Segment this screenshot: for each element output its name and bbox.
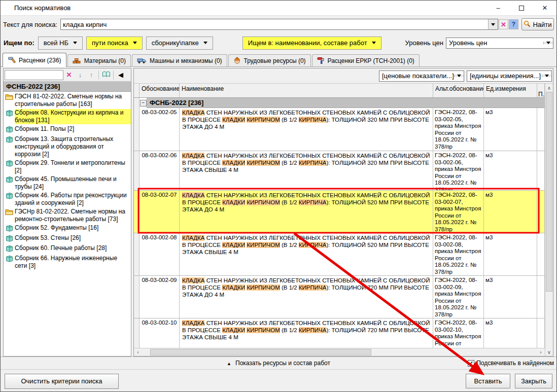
tab-3[interactable]: Машины и механизмы (0) bbox=[132, 54, 227, 66]
bottom-button-bar: Очистить критерии поиска Вставить Закрыт… bbox=[1, 370, 556, 392]
result-row-08-03-002-05[interactable]: 08-03-002-05КЛАДКА СТЕН НАРУЖНЫХ ИЗ ЛЕГК… bbox=[134, 108, 545, 151]
close-button[interactable]: Закрыть bbox=[515, 374, 552, 388]
units-combo[interactable]: [единицы измерения...] bbox=[467, 70, 552, 82]
column-header-alt-justification[interactable]: Альт.обоснование bbox=[433, 84, 484, 97]
find-prev-button[interactable]: ↑ bbox=[86, 69, 97, 81]
tree-item-4[interactable]: Сборник 29. Тоннели и метрополитены [2] bbox=[4, 159, 131, 175]
tree-root-header[interactable]: ФСНБ-2022 [236] bbox=[4, 82, 131, 92]
open-collection-button[interactable] bbox=[100, 69, 112, 81]
price-level-combo[interactable]: Уровень цен bbox=[446, 38, 553, 49]
scroll-up-button[interactable]: ∧ bbox=[545, 84, 553, 92]
filter-row: Ищем по: всей НБпути поискасборнику\папк… bbox=[1, 33, 556, 53]
grid-header: Обоснование Наименование Альт.обосновани… bbox=[134, 84, 545, 98]
cell-name: КЛАДКА СТЕН НАРУЖНЫХ ИЗ ЛЕГКОБЕТОННЫХ СТ… bbox=[180, 233, 433, 275]
cell-alt-justification: ГЭСН-2022, 08-03-002-05, приказ Минстроя… bbox=[433, 108, 484, 151]
row-indicator-header bbox=[134, 84, 140, 97]
find-button-label: Найти bbox=[533, 21, 551, 28]
clear-search-button[interactable]: ✕ bbox=[499, 19, 508, 29]
filter-dropdown-1[interactable]: пути поиска bbox=[86, 37, 143, 50]
tab-1[interactable]: Расценки (236) bbox=[3, 53, 66, 67]
price-indicators-dropdown-button[interactable] bbox=[454, 75, 464, 77]
filter-dropdown-2[interactable]: сборнику\папке bbox=[146, 37, 213, 50]
expand-up-icon: ▲ bbox=[227, 361, 231, 366]
units-dropdown-button[interactable] bbox=[542, 75, 551, 77]
price-level-dropdown-button[interactable] bbox=[543, 42, 553, 44]
filter-dropdown-3[interactable]: Ищем в: наименовании, составе работ bbox=[242, 37, 381, 50]
cell-name: КЛАДКА СТЕН НАРУЖНЫХ ИЗ ЛЕГКОБЕТОННЫХ СТ… bbox=[180, 318, 433, 348]
title-bar[interactable]: Поиск нормативов – ✕ bbox=[1, 1, 556, 16]
tree-item-8[interactable]: Сборник 52. Фундаменты [16] bbox=[4, 224, 131, 234]
search-history-dropdown-button[interactable] bbox=[488, 19, 498, 29]
tree-item-9[interactable]: Сборник 53. Стены [26] bbox=[4, 234, 131, 244]
row-indicator bbox=[134, 108, 140, 151]
result-row-08-03-002-06[interactable]: 08-03-002-06КЛАДКА СТЕН НАРУЖНЫХ ИЗ ЛЕГК… bbox=[134, 151, 545, 191]
book-icon bbox=[5, 255, 15, 264]
tree-item-0[interactable]: ГЭСН 81-02-2022. Сметные нормы на строит… bbox=[4, 92, 131, 109]
search-term-highlight: КЛАДКА bbox=[182, 192, 204, 198]
chevron-down-icon bbox=[457, 75, 461, 77]
search-term-highlight: КЛАДКИ bbox=[222, 160, 245, 166]
tab-5[interactable]: Расценки ЕРКР (ТСН-2001) (0) bbox=[312, 54, 420, 66]
result-row-08-03-002-10[interactable]: 08-03-002-10КЛАДКА СТЕН НАРУЖНЫХ ИЗ ЛЕГК… bbox=[134, 318, 545, 348]
find-next-button[interactable]: ↓ bbox=[75, 69, 86, 81]
tree-item-6[interactable]: Сборник 46. Работы при реконструкции зда… bbox=[4, 191, 131, 207]
vertical-scroll-track[interactable] bbox=[545, 92, 553, 348]
tree-item-2[interactable]: Сборник 11. Полы [2] bbox=[4, 125, 131, 135]
help-button[interactable]: ? bbox=[509, 19, 518, 29]
tab-4[interactable]: Трудовые ресурсы (0) bbox=[228, 54, 311, 66]
tree-toolbar: ✕ ↓ ↑ ◀ bbox=[4, 68, 131, 82]
cell-name: КЛАДКА СТЕН НАРУЖНЫХ ИЗ ЛЕГКОБЕТОННЫХ СТ… bbox=[180, 108, 433, 151]
tab-2[interactable]: Материалы (0) bbox=[67, 54, 131, 66]
maximize-button[interactable] bbox=[510, 1, 533, 15]
search-input[interactable] bbox=[61, 19, 488, 29]
group-collapse-button[interactable]: − bbox=[140, 100, 147, 106]
close-icon: ✕ bbox=[542, 4, 548, 12]
tree-filter-input[interactable] bbox=[5, 70, 63, 80]
row-indicator bbox=[134, 151, 140, 190]
tree-item-7[interactable]: ГЭСНр 81-02-2022. Сметные нормы на ремон… bbox=[4, 207, 131, 224]
highlight-found-option[interactable]: ✓ Подсвечивать в найденном bbox=[466, 360, 554, 367]
vertical-scrollbar[interactable]: ∧ ∨ bbox=[545, 84, 553, 356]
search-term-highlight: КИРПИЧА bbox=[299, 284, 327, 291]
horizontal-scrollbar[interactable]: ‹ › bbox=[134, 348, 545, 356]
price-level-label: Уровень цен bbox=[405, 39, 443, 47]
result-row-08-03-002-07[interactable]: 08-03-002-07КЛАДКА СТЕН НАРУЖНЫХ ИЗ ЛЕГК… bbox=[134, 191, 545, 233]
column-header-p[interactable]: П. bbox=[537, 84, 545, 97]
cell-p bbox=[537, 151, 545, 190]
tree-item-3[interactable]: Сборник 13. Защита строительных конструк… bbox=[4, 135, 131, 159]
chevron-down-icon bbox=[372, 42, 376, 44]
horizontal-scroll-thumb[interactable] bbox=[150, 349, 371, 355]
tree-item-label: Сборник 08. Конструкции из кирпича и бло… bbox=[15, 109, 131, 124]
collapse-panel-button[interactable]: ◀ bbox=[115, 69, 126, 81]
vertical-scroll-thumb[interactable] bbox=[546, 92, 552, 292]
insert-button[interactable]: Вставить bbox=[466, 374, 510, 388]
cell-p bbox=[537, 233, 545, 275]
column-header-unit[interactable]: Ед.измерения bbox=[484, 84, 537, 97]
group-header[interactable]: ФСНБ-2022 [236] bbox=[147, 98, 545, 108]
filter-dropdown-0[interactable]: всей НБ bbox=[38, 37, 83, 50]
close-window-button[interactable]: ✕ bbox=[533, 1, 556, 15]
highlight-found-checkbox[interactable]: ✓ bbox=[468, 360, 474, 367]
scroll-right-button[interactable]: › bbox=[537, 348, 545, 357]
scroll-left-button[interactable]: ‹ bbox=[134, 348, 142, 357]
tab-bar: Расценки (236)Материалы (0)Машины и меха… bbox=[1, 53, 556, 67]
clear-criteria-button[interactable]: Очистить критерии поиска bbox=[5, 374, 119, 389]
result-row-08-03-002-09[interactable]: 08-03-002-09КЛАДКА СТЕН НАРУЖНЫХ ИЗ ЛЕГК… bbox=[134, 276, 545, 318]
price-indicators-combo[interactable]: [ценовые показатели...] bbox=[379, 70, 464, 82]
tree-item-10[interactable]: Сборник 60. Печные работы [28] bbox=[4, 244, 131, 254]
cell-alt-justification: ГЭСН-2022, 08-03-002-08, приказ Минстроя… bbox=[433, 233, 484, 275]
tree-item-1[interactable]: Сборник 08. Конструкции из кирпича и бло… bbox=[4, 109, 131, 125]
scroll-down-button[interactable]: ∨ bbox=[545, 348, 553, 356]
content-area: ✕ ↓ ↑ ◀ ФСНБ-2022 [236] ГЭСН 81-02-2022.… bbox=[1, 67, 556, 357]
tree-filter-clear-button[interactable]: ✕ bbox=[63, 69, 75, 81]
column-header-name[interactable]: Наименование bbox=[180, 84, 433, 97]
horizontal-scroll-track[interactable] bbox=[142, 348, 537, 356]
find-button[interactable]: Найти bbox=[521, 18, 554, 30]
row-indicator bbox=[134, 98, 140, 108]
result-row-08-03-002-08[interactable]: 08-03-002-08КЛАДКА СТЕН НАРУЖНЫХ ИЗ ЛЕГК… bbox=[134, 233, 545, 276]
column-header-justification[interactable]: Обоснование bbox=[140, 84, 180, 97]
tree-item-11[interactable]: Сборник 66. Наружные инженерные сети [3] bbox=[4, 254, 131, 270]
minimize-button[interactable]: – bbox=[486, 1, 510, 15]
tree-item-label: Сборник 13. Защита строительных конструк… bbox=[15, 135, 131, 158]
tree-item-5[interactable]: Сборник 45. Промышленные печи и трубы [2… bbox=[4, 175, 131, 191]
